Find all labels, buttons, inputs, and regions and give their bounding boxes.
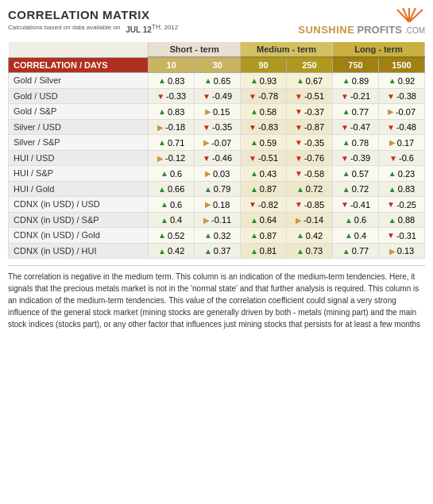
row-label: Gold / USD (9, 88, 149, 104)
cell-value: 0.92 (398, 76, 415, 86)
cell: ▼-0.87 (287, 119, 333, 135)
col-header-90: 90 (241, 57, 287, 73)
cell: ▼-0.33 (149, 88, 195, 104)
col-header-30: 30 (195, 57, 241, 73)
correlation-table: Short - term Medium - term Long - term C… (8, 42, 425, 259)
cell: ▼-0.25 (379, 197, 425, 213)
col-header-250: 250 (287, 57, 333, 73)
footnote: The correlation is negative in the mediu… (8, 265, 425, 330)
cell: ▶-0.07 (195, 135, 241, 151)
arrow-up-icon: ▲ (204, 76, 212, 85)
arrow-side-icon: ▶ (205, 200, 211, 209)
cell: ▲0.42 (287, 228, 333, 244)
table-row: Gold / Silver▲0.83▲0.65▲0.93▲0.67▲0.89▲0… (9, 73, 425, 89)
cell-value: -0.39 (350, 153, 370, 163)
cell-value: 0.18 (213, 200, 230, 210)
cell-value: -0.47 (350, 122, 370, 132)
cell: ▼-0.83 (241, 119, 287, 135)
cell: ▶0.13 (379, 243, 425, 259)
cell-value: -0.35 (304, 138, 324, 148)
arrow-up-icon: ▲ (342, 169, 350, 178)
cell: ▲0.66 (149, 181, 195, 197)
cell: ▲0.65 (195, 73, 241, 89)
cell-value: -0.37 (304, 107, 324, 117)
row-label: Gold / S&P (9, 104, 149, 120)
cell: ▼-0.41 (333, 197, 379, 213)
cell-value: -0.87 (304, 122, 324, 132)
svg-line-0 (397, 10, 409, 22)
cell: ▼-0.58 (287, 166, 333, 182)
cell: ▶0.15 (195, 104, 241, 120)
cell-value: -0.78 (258, 91, 278, 101)
cell-value: -0.83 (258, 122, 278, 132)
cell-value: -0.51 (304, 91, 324, 101)
svg-line-1 (403, 8, 409, 22)
row-label: HUI / S&P (9, 166, 149, 182)
col-header-750: 750 (333, 57, 379, 73)
table-row: HUI / S&P▲0.6▶0.03▲0.43▼-0.58▲0.57▲0.23 (9, 166, 425, 182)
cell-value: 0.81 (260, 246, 276, 256)
cell-value: -0.07 (211, 138, 231, 148)
arrow-down-icon: ▼ (203, 123, 211, 132)
cell: ▲0.42 (149, 243, 195, 259)
table-row: Gold / USD▼-0.33▼-0.49▼-0.78▼-0.51▼-0.21… (9, 88, 425, 104)
cell: ▲0.83 (379, 181, 425, 197)
row-label: CDNX (in USD) / Gold (9, 228, 149, 244)
sun-rays-icon (393, 8, 425, 22)
cell: ▼-0.48 (379, 119, 425, 135)
row-label: HUI / Gold (9, 181, 149, 197)
logo-icon (298, 8, 425, 22)
row-label: CDNX (in USD) / S&P (9, 212, 149, 228)
cell: ▲0.32 (195, 228, 241, 244)
arrow-side-icon: ▶ (157, 154, 164, 163)
arrow-side-icon: ▶ (388, 107, 394, 116)
cell-value: 0.23 (398, 169, 415, 179)
cell-value: 0.59 (260, 138, 276, 148)
arrow-down-icon: ▼ (387, 123, 395, 132)
cell: ▶-0.12 (149, 150, 195, 166)
cell-value: -0.58 (304, 169, 324, 179)
cell-value: 0.93 (260, 76, 276, 86)
cell-value: 0.79 (214, 184, 230, 194)
group-medium: Medium - term (241, 42, 333, 57)
cell: ▲0.37 (195, 243, 241, 259)
cell: ▼-0.38 (379, 88, 425, 104)
arrow-up-icon: ▲ (158, 185, 166, 194)
arrow-down-icon: ▼ (341, 200, 349, 209)
arrow-down-icon: ▼ (295, 107, 303, 116)
arrow-up-icon: ▲ (250, 247, 258, 256)
arrow-up-icon: ▲ (342, 138, 350, 147)
cell: ▼-0.6 (379, 150, 425, 166)
cell-value: 0.73 (306, 246, 323, 256)
cell: ▲0.77 (333, 243, 379, 259)
empty-corner (9, 42, 149, 57)
arrow-up-icon: ▲ (345, 216, 353, 225)
arrow-up-icon: ▲ (204, 185, 212, 194)
arrow-up-icon: ▲ (250, 107, 258, 116)
cell: ▲0.6 (149, 166, 195, 182)
cell: ▼-0.85 (287, 197, 333, 213)
cell-value: 0.57 (352, 169, 369, 179)
page-header: CORRELATION MATRIX Calculations based on… (8, 8, 425, 36)
arrow-up-icon: ▲ (158, 138, 166, 147)
cell: ▲0.89 (333, 73, 379, 89)
table-row: Silver / USD▶-0.18▼-0.35▼-0.83▼-0.87▼-0.… (9, 119, 425, 135)
cell-value: 0.6 (170, 169, 182, 179)
arrow-down-icon: ▼ (295, 154, 303, 163)
cell-value: 0.52 (168, 231, 184, 240)
cell-value: -0.33 (166, 91, 186, 101)
arrow-side-icon: ▶ (205, 107, 211, 116)
cell-value: 0.4 (170, 215, 182, 225)
logo: SUNSHINE PROFITS .COM (298, 8, 425, 36)
arrow-down-icon: ▼ (387, 200, 395, 209)
arrow-up-icon: ▲ (158, 107, 166, 116)
subtitle: Calculations based on data available on … (8, 23, 178, 34)
arrow-down-icon: ▼ (295, 138, 303, 147)
cell: ▲0.59 (241, 135, 287, 151)
cell-value: 0.13 (397, 246, 414, 256)
cell: ▼-0.51 (241, 150, 287, 166)
cell-value: 0.42 (168, 246, 184, 256)
cell-value: -0.38 (396, 91, 416, 101)
cell-value: 0.43 (260, 169, 276, 179)
cell: ▲0.23 (379, 166, 425, 182)
